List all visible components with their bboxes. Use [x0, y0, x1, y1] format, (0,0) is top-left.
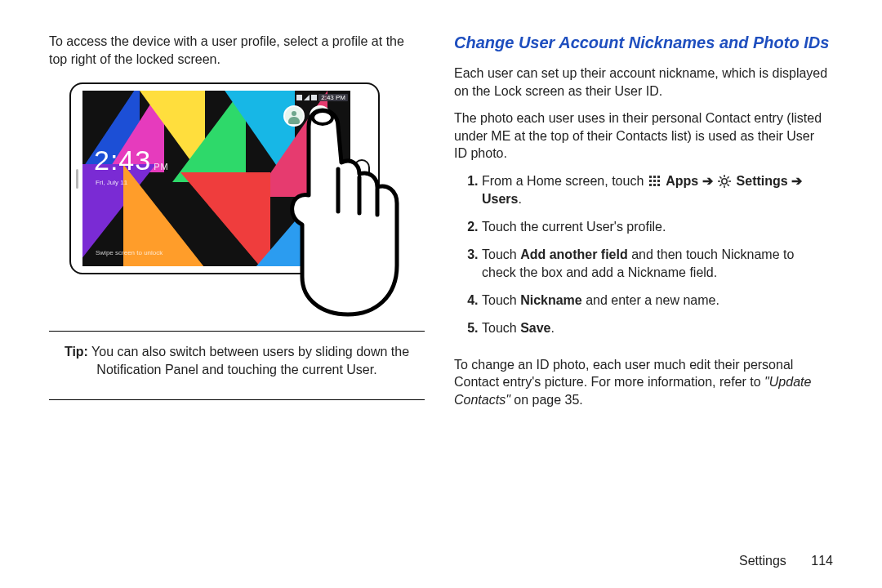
svg-line-7 — [728, 184, 729, 185]
step-3: Touch Add another field and then touch N… — [482, 246, 830, 282]
para-nickname: Each user can set up their account nickn… — [454, 65, 830, 100]
settings-gear-icon — [718, 175, 731, 188]
wifi-icon — [296, 95, 302, 100]
device-illustration: 2:43 PM 2:43PM Fri, July 11 Swipe screen… — [69, 82, 404, 311]
step-4-a: Touch — [482, 293, 520, 307]
lockscreen-date: Fri, July 11 — [96, 179, 127, 186]
footer-page-number: 114 — [811, 554, 833, 568]
lockscreen-time-value: 2:43 — [94, 145, 151, 176]
para3-b: on page 35. — [510, 393, 583, 407]
statusbar-time: 2:43 PM — [318, 94, 348, 101]
divider — [49, 331, 425, 332]
step-1-end: . — [518, 192, 521, 206]
lockscreen-swipe-hint: Swipe screen to unlock — [96, 249, 163, 256]
step-1-apps: Apps — [666, 174, 698, 188]
arrow-icon: ➔ — [791, 174, 802, 188]
step-5-b: Save — [520, 321, 550, 335]
svg-line-8 — [728, 176, 729, 178]
step-1-settings: Settings — [737, 174, 788, 188]
tip-label: Tip: — [65, 345, 88, 359]
footer-section: Settings — [739, 554, 786, 568]
para-photo: The photo each user uses in their person… — [454, 109, 830, 163]
section-heading: Change User Account Nicknames and Photo … — [454, 33, 830, 53]
lockscreen-time: 2:43PM — [94, 145, 169, 176]
apps-grid-icon — [649, 176, 661, 187]
tablet-speaker — [76, 169, 78, 189]
step-4: Touch Nickname and enter a new name. — [482, 292, 830, 310]
para3-a: To change an ID photo, each user much ed… — [454, 358, 793, 390]
signal-icon — [304, 95, 310, 100]
step-1-users: Users — [482, 192, 518, 206]
step-3-a: Touch — [482, 247, 520, 261]
tip-body: You can also switch between users by sli… — [88, 345, 409, 376]
steps-list: From a Home screen, touch Apps ➔ Setting… — [454, 172, 830, 348]
step-1: From a Home screen, touch Apps ➔ Setting… — [482, 172, 830, 208]
svg-line-6 — [719, 176, 721, 178]
step-5: Touch Save. — [482, 319, 830, 337]
arrow-icon: ➔ — [702, 174, 716, 188]
intro-text: To access the device with a user profile… — [49, 33, 425, 68]
svg-point-1 — [722, 179, 727, 184]
tip-text: Tip: You can also switch between users b… — [49, 343, 425, 378]
step-5-a: Touch — [482, 321, 520, 335]
divider — [49, 399, 425, 400]
step-2: Touch the current User's profile. — [482, 218, 830, 236]
step-4-c: and enter a new name. — [582, 293, 719, 307]
step-3-b: Add another field — [520, 247, 628, 261]
pointing-finger-icon — [278, 105, 400, 318]
page-footer: Settings 114 — [739, 554, 833, 568]
battery-icon — [311, 95, 317, 100]
svg-line-9 — [719, 184, 721, 185]
status-bar: 2:43 PM — [294, 91, 350, 104]
step-5-c: . — [551, 321, 555, 335]
lockscreen-time-period: PM — [154, 162, 169, 172]
step-4-b: Nickname — [520, 293, 582, 307]
para-change-photo: To change an ID photo, each user much ed… — [454, 356, 830, 409]
step-1-text-a: From a Home screen, touch — [482, 174, 648, 188]
